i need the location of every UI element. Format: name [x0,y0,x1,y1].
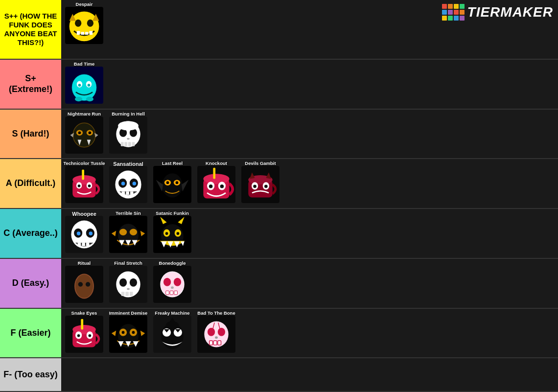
list-item: Despair [62,1,106,45]
tier-content-a: Technicolor Tussle [61,159,558,208]
svg-point-115 [171,286,174,289]
nightmarerun-icon [65,116,103,154]
svg-rect-32 [124,142,127,146]
svg-point-120 [72,325,96,334]
svg-point-130 [132,331,135,334]
ritual-icon [65,266,103,303]
list-item: Satanic Funkin [150,210,194,254]
svg-point-82 [119,229,127,235]
svg-point-70 [264,185,268,188]
svg-rect-42 [82,170,84,180]
svg-rect-116 [166,291,169,295]
list-item: Terrible Sin [106,210,150,254]
burninginhell-icon [109,116,147,154]
svg-marker-97 [181,241,185,246]
svg-rect-3 [77,31,80,35]
whoopee-icon [65,216,103,253]
svg-rect-78 [78,243,81,246]
svg-marker-57 [182,180,188,192]
svg-point-102 [86,282,91,287]
badtothebone-icon [197,316,235,353]
list-item: Final Stretch [106,260,150,304]
tier-label-a: A (Difficult.) [0,159,61,208]
svg-point-16 [86,97,93,102]
list-item: Burning In Hell [106,111,150,155]
svg-point-41 [88,184,91,187]
tier-content-s: Nightmare Run [61,110,558,159]
svg-marker-98 [160,217,166,224]
snakeeyes-icon [65,316,103,353]
svg-point-1 [75,20,81,27]
svg-marker-88 [140,231,145,236]
svg-point-92 [165,232,168,235]
list-item: Imminent Demise [106,310,150,354]
svg-rect-33 [128,142,131,146]
list-item: Last Reel [150,160,194,204]
svg-point-107 [127,288,130,290]
svg-point-2 [87,20,93,27]
tier-label-d: D (Easy.) [0,259,61,308]
svg-rect-80 [86,243,90,246]
svg-point-93 [177,232,180,235]
tier-content-sp: Bad Time [61,60,558,109]
tier-row-spp: S++ (HOW THE FUNK DOES ANYONE BEAT THIS?… [0,0,558,60]
despair-icon [65,7,103,44]
tier-row-d: D (Easy.) Ritual [0,259,558,309]
badtime-icon [65,67,103,104]
list-item: Ritual [62,260,106,304]
svg-rect-31 [121,142,124,146]
svg-rect-64 [213,168,215,179]
svg-point-40 [78,184,81,187]
svg-point-35 [118,121,139,130]
svg-rect-118 [174,291,178,295]
sansational-icon [109,166,147,203]
svg-point-47 [133,182,137,186]
tier-label-fm: F- (Too easy) [0,358,61,391]
svg-point-142 [166,321,179,328]
bonedoggle-icon [153,266,191,303]
svg-rect-149 [218,341,221,345]
svg-rect-117 [170,291,173,295]
tier-row-s: S (Hard!) Nightmare Run [0,110,558,160]
list-item: Devils Gambit [238,160,282,204]
svg-point-106 [130,278,137,287]
tier-row-c: C (Average..) Whoopee [0,209,558,259]
tier-label-f: F (Easier) [0,309,61,358]
tier-content-c: Whoopee [61,209,558,258]
tier-content-fm [61,358,558,391]
finalstretch-icon [109,266,147,303]
tier-label-c: C (Average..) [0,209,61,258]
list-item: Bad Time [62,61,106,105]
svg-rect-50 [130,192,134,195]
svg-point-63 [220,184,224,188]
svg-marker-56 [156,180,163,192]
svg-rect-4 [81,32,84,35]
list-item: Sansational [106,160,150,204]
svg-point-59 [203,174,229,184]
list-item: Nightmare Run [62,111,106,155]
tier-label-sp: S+ (Extreme!) [0,60,61,109]
svg-point-101 [78,282,83,287]
list-item: Whoopee [62,210,106,254]
svg-point-146 [215,336,218,339]
svg-rect-125 [81,319,83,329]
svg-point-83 [130,229,137,235]
tier-row-fm: F- (Too easy) [0,358,558,392]
satanicfunkin-icon [153,216,191,253]
svg-point-114 [174,278,181,286]
tier-content-spp: Despair [61,0,558,59]
svg-point-13 [88,84,91,87]
tier-row-sp: S+ (Extreme!) Bad Time [0,60,558,110]
list-item: Bonedoggle [150,260,194,304]
svg-point-12 [78,84,81,87]
list-item: Snake Eyes [62,310,106,354]
svg-point-54 [166,182,169,184]
tier-row-f: F (Easier) Snake Eyes [0,309,558,359]
svg-point-76 [77,231,81,235]
list-item: Technicolor Tussle [62,160,106,204]
devilsgambit-icon [241,166,279,203]
svg-point-105 [119,278,127,287]
svg-marker-135 [140,330,145,336]
svg-rect-5 [85,32,89,35]
svg-point-15 [75,97,82,102]
